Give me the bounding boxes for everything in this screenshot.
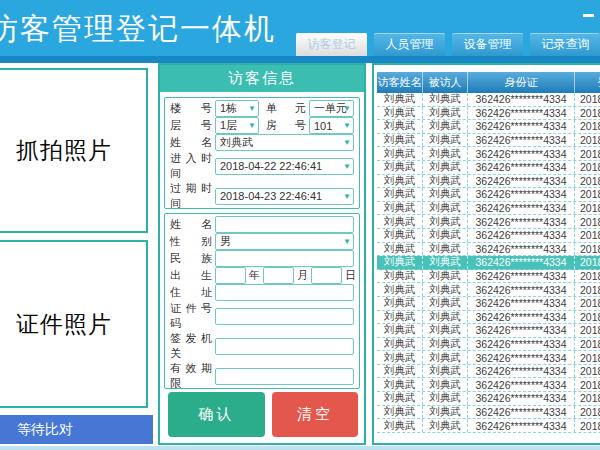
tab-device-management[interactable]: 设备管理 — [452, 33, 523, 56]
confirm-button[interactable]: 确认 — [168, 392, 265, 437]
table-row[interactable]: 刘典武刘典武362426********43342018-0 — [377, 202, 600, 216]
table-cell: 刘典武 — [377, 93, 423, 106]
compare-status-bar: 等待比对 — [0, 415, 153, 444]
ethnicity-field[interactable] — [215, 250, 354, 267]
table-row[interactable]: 刘典武刘典武362426********43342018-0 — [377, 243, 600, 257]
header-id-card: 身份证 — [468, 72, 575, 93]
table-row[interactable]: 刘典武刘典武362426********43342018-0 — [377, 324, 600, 338]
table-cell: 刘典武 — [377, 283, 423, 296]
table-row[interactable]: 刘典武刘典武362426********43342018-0 — [377, 283, 600, 297]
table-cell: 362426********4334 — [468, 134, 575, 147]
table-cell: 刘典武 — [377, 270, 423, 283]
table-row[interactable]: 刘典武刘典武362426********43342018-0 — [377, 175, 600, 189]
header-visitor-name: 访客姓名 — [377, 72, 423, 93]
table-row[interactable]: 刘典武刘典武362426********43342018-0 — [377, 378, 600, 392]
table-cell: 刘典武 — [423, 419, 468, 432]
birth-month-field[interactable] — [263, 267, 294, 284]
expire-time-select[interactable]: 2018-04-23 22:46:41 ▼ — [215, 188, 354, 205]
table-row[interactable]: 刘典武刘典武362426********43342018-0 — [377, 365, 600, 379]
table-cell: 362426********4334 — [468, 243, 575, 256]
birth-month-unit: 月 — [297, 268, 308, 283]
table-cell: 362426********4334 — [468, 202, 575, 215]
unit-select[interactable]: 一单元 ▼ — [309, 100, 354, 117]
table-cell: 2018-0 — [575, 365, 600, 378]
table-cell: 362426********4334 — [468, 419, 575, 432]
visitor-name-select[interactable]: 刘典武 ▼ — [215, 134, 354, 151]
birth-year-field[interactable] — [215, 267, 246, 284]
table-cell: 刘典武 — [377, 256, 423, 269]
table-row[interactable]: 刘典武刘典武362426********43342018-0 — [377, 120, 600, 134]
table-cell: 362426********4334 — [468, 324, 575, 337]
table-cell: 刘典武 — [423, 311, 468, 324]
table-cell: 刘典武 — [377, 406, 423, 419]
table-cell: 2018-0 — [575, 120, 600, 133]
table-cell: 362426********4334 — [468, 378, 575, 391]
table-row[interactable]: 刘典武刘典武362426********43342018-0 — [377, 215, 600, 229]
table-row[interactable]: 刘典武刘典武362426********43342018-0 — [377, 297, 600, 311]
table-cell: 刘典武 — [423, 270, 468, 283]
table-cell: 刘典武 — [377, 297, 423, 310]
table-cell: 刘典武 — [423, 107, 468, 120]
table-row[interactable]: 刘典武刘典武362426********43342018-0 — [377, 147, 600, 161]
room-label: 房号 — [266, 118, 306, 133]
table-cell: 刘典武 — [423, 392, 468, 405]
building-select[interactable]: 1栋 ▼ — [215, 100, 259, 117]
validity-label: 有效期限 — [170, 361, 212, 391]
address-field[interactable] — [215, 284, 354, 301]
table-cell: 2018-0 — [575, 311, 600, 324]
table-cell: 362426********4334 — [468, 93, 575, 106]
table-row-selected[interactable]: 刘典武刘典武362426********43342018-0 — [377, 256, 600, 270]
table-row[interactable]: 刘典武刘典武362426********43342018-0 — [377, 338, 600, 352]
table-cell: 362426********4334 — [468, 256, 575, 269]
expire-time-label: 过期时间 — [170, 181, 212, 211]
table-cell: 362426********4334 — [468, 147, 575, 160]
id-photo-panel: 证件照片 — [0, 240, 148, 408]
table-cell: 362426********4334 — [468, 283, 575, 296]
table-cell: 刘典武 — [377, 107, 423, 120]
birth-day-field[interactable] — [311, 267, 342, 284]
table-row[interactable]: 刘典武刘典武362426********43342018-0 — [377, 270, 600, 284]
table-row[interactable]: 刘典武刘典武362426********43342018-0 — [377, 311, 600, 325]
table-cell: 2018-0 — [575, 392, 600, 405]
birth-day-unit: 日 — [345, 268, 356, 283]
gender-select[interactable]: 男 ▼ — [215, 233, 354, 250]
header-visited-person: 被访人 — [423, 72, 468, 93]
table-row[interactable]: 刘典武刘典武362426********43342018-0 — [377, 351, 600, 365]
tab-visitor-register[interactable]: 访客登记 — [296, 33, 367, 56]
table-row[interactable]: 刘典武刘典武362426********43342018-0 — [377, 406, 600, 420]
unit-label: 单元 — [266, 101, 306, 116]
table-cell: 362426********4334 — [468, 297, 575, 310]
table-row[interactable]: 刘典武刘典武362426********43342018-0 — [377, 107, 600, 121]
tab-record-query[interactable]: 记录查询 — [530, 33, 600, 56]
table-cell: 刘典武 — [423, 365, 468, 378]
name-field[interactable] — [215, 216, 354, 233]
header-register-time: 登记时间 — [575, 72, 600, 93]
entry-time-select[interactable]: 2018-04-22 22:46:41 ▼ — [215, 158, 354, 175]
table-row[interactable]: 刘典武刘典武362426********43342018-0 — [377, 134, 600, 148]
table-cell: 2018-0 — [575, 338, 600, 351]
issuer-field[interactable] — [215, 338, 354, 355]
birth-year-unit: 年 — [249, 268, 260, 283]
table-cell: 2018-0 — [575, 215, 600, 228]
tab-personnel-management[interactable]: 人员管理 — [374, 33, 445, 56]
table-cell: 刘典武 — [377, 419, 423, 432]
table-row[interactable]: 刘典武刘典武362426********43342018-0 — [377, 419, 600, 433]
clear-button[interactable]: 清空 — [272, 392, 358, 437]
table-cell: 刘典武 — [377, 120, 423, 133]
table-row[interactable]: 刘典武刘典武362426********43342018-0 — [377, 229, 600, 243]
table-cell: 362426********4334 — [468, 215, 575, 228]
app-title: 访客管理登记一体机 — [0, 9, 276, 50]
validity-field[interactable] — [215, 368, 354, 385]
table-row[interactable]: 刘典武刘典武362426********43342018-0 — [377, 93, 600, 107]
floor-select[interactable]: 1层 ▼ — [215, 117, 259, 134]
table-cell: 刘典武 — [377, 351, 423, 364]
room-select[interactable]: 101 ▼ — [309, 117, 354, 134]
table-row[interactable]: 刘典武刘典武362426********43342018-0 — [377, 392, 600, 406]
id-number-field[interactable] — [215, 308, 354, 325]
visitor-info-panel: 访客信息 楼号 1栋 ▼ 单元 一单元 ▼ 层号 1层 ▼ — [158, 63, 366, 445]
table-row[interactable]: 刘典武刘典武362426********43342018-0 — [377, 161, 600, 175]
table-cell: 刘典武 — [423, 351, 468, 364]
minimize-icon[interactable] — [583, 14, 594, 17]
table-cell: 362426********4334 — [468, 120, 575, 133]
table-row[interactable]: 刘典武刘典武362426********43342018-0 — [377, 188, 600, 202]
